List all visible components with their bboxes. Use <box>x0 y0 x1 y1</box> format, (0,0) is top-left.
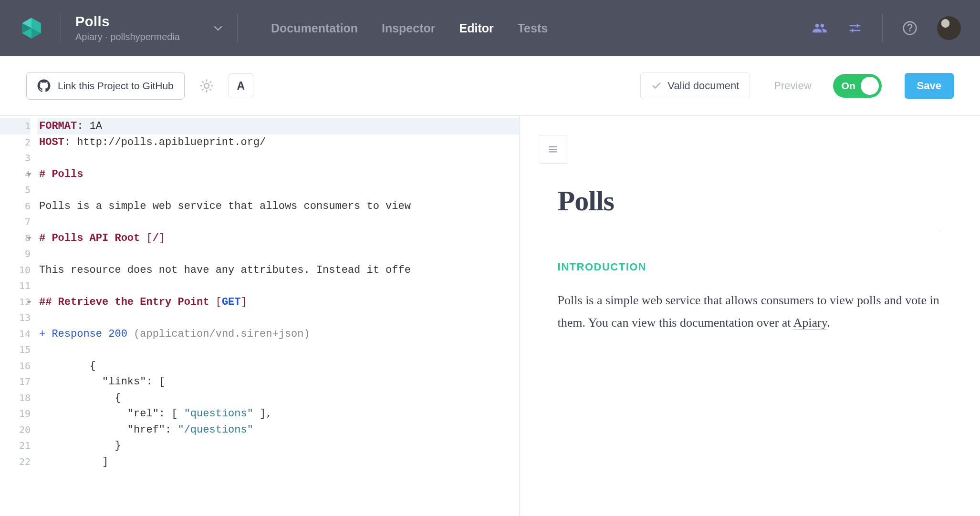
gutter-line: 15 <box>0 342 31 358</box>
save-button-label: Save <box>917 80 941 92</box>
format-button-label: A <box>237 80 245 93</box>
check-icon <box>651 81 662 91</box>
svg-line-10 <box>210 89 211 90</box>
gutter-line: 14 <box>0 326 31 342</box>
gutter-line: 5 <box>0 182 31 198</box>
menu-icon <box>547 143 559 155</box>
validation-status[interactable]: Valid document <box>640 72 750 99</box>
editor-code[interactable]: FORMAT: 1AHOST: http://polls.apiblueprin… <box>37 116 519 516</box>
theme-button[interactable] <box>194 73 219 98</box>
team-button[interactable] <box>812 20 828 36</box>
app-header: Polls Apiary · pollshypermedia Documenta… <box>0 0 980 56</box>
fold-icon[interactable] <box>27 301 31 304</box>
editor-gutter: 12345678910111213141516171819202122 <box>0 116 37 516</box>
preview-toggle[interactable]: On <box>833 74 882 98</box>
fold-icon[interactable] <box>27 173 31 176</box>
preview-pane: Polls INTRODUCTION Polls is a simple web… <box>520 116 980 516</box>
svg-line-13 <box>202 89 203 90</box>
code-line[interactable]: ## Retrieve the Entry Point [GET] <box>37 294 519 310</box>
separator <box>882 14 883 42</box>
preview-description: Polls is a simple web service that allow… <box>558 289 942 334</box>
toggle-label: On <box>842 80 855 92</box>
gutter-line: 1 <box>0 118 31 134</box>
code-line[interactable]: "rel": [ "questions" ], <box>37 406 519 422</box>
logo-wrap <box>19 14 61 42</box>
code-line[interactable]: } <box>37 438 519 454</box>
gutter-line: 17 <box>0 374 31 390</box>
preview-title: Polls <box>558 185 942 232</box>
nav-item-inspector[interactable]: Inspector <box>382 21 436 35</box>
apiary-logo[interactable] <box>19 16 44 41</box>
sun-icon <box>199 79 214 93</box>
code-line[interactable]: { <box>37 390 519 406</box>
code-line[interactable] <box>37 150 519 166</box>
gutter-line: 2 <box>0 134 31 151</box>
code-line[interactable]: # Polls API Root [/] <box>37 230 519 247</box>
svg-line-14 <box>210 82 211 83</box>
top-nav: DocumentationInspectorEditorTests <box>252 21 548 35</box>
main-split: 12345678910111213141516171819202122 FORM… <box>0 116 980 516</box>
project-dropdown[interactable] <box>213 14 238 42</box>
gutter-line: 10 <box>0 262 31 279</box>
gutter-line: 8 <box>0 230 31 247</box>
code-line[interactable]: HOST: http://polls.apiblueprint.org/ <box>37 134 519 151</box>
code-editor[interactable]: 12345678910111213141516171819202122 FORM… <box>0 116 520 516</box>
code-line[interactable]: "links": [ <box>37 374 519 390</box>
editor-toolbar: Link this Project to GitHub A Valid docu… <box>0 56 980 116</box>
help-button[interactable] <box>902 20 918 36</box>
code-line[interactable]: ] <box>37 454 519 470</box>
gutter-line: 4 <box>0 166 31 183</box>
people-icon <box>812 21 827 36</box>
code-line[interactable] <box>37 182 519 198</box>
gutter-line: 18 <box>0 390 31 406</box>
code-line[interactable] <box>37 310 519 326</box>
code-line[interactable]: "href": "/questions" <box>37 422 519 438</box>
gutter-line: 13 <box>0 310 31 326</box>
preview-menu-button[interactable] <box>539 135 567 164</box>
code-line[interactable]: FORMAT: 1A <box>37 118 519 134</box>
settings-button[interactable] <box>847 20 863 36</box>
code-line[interactable] <box>37 278 519 294</box>
validation-label: Valid document <box>667 80 739 92</box>
svg-point-6 <box>204 83 209 88</box>
code-line[interactable]: + Response 200 (application/vnd.siren+js… <box>37 326 519 342</box>
nav-item-editor[interactable]: Editor <box>459 21 493 35</box>
project-title-block[interactable]: Polls Apiary · pollshypermedia <box>75 14 199 42</box>
header-iconbar <box>812 14 961 42</box>
chevron-down-icon <box>213 23 223 33</box>
gutter-line: 12 <box>0 294 31 310</box>
code-line[interactable] <box>37 214 519 230</box>
toggle-knob <box>861 77 879 95</box>
user-avatar[interactable] <box>937 16 961 40</box>
github-icon <box>37 79 51 93</box>
sliders-icon <box>848 21 862 35</box>
link-github-button[interactable]: Link this Project to GitHub <box>26 72 185 100</box>
gutter-line: 20 <box>0 422 31 438</box>
gutter-line: 6 <box>0 198 31 215</box>
gutter-line: 22 <box>0 454 31 470</box>
preview-body: Polls INTRODUCTION Polls is a simple web… <box>520 164 980 334</box>
code-line[interactable] <box>37 246 519 262</box>
link-github-label: Link this Project to GitHub <box>58 80 174 92</box>
nav-item-documentation[interactable]: Documentation <box>271 21 358 35</box>
save-button[interactable]: Save <box>905 73 954 99</box>
code-line[interactable]: Polls is a simple web service that allow… <box>37 198 519 215</box>
code-line[interactable] <box>37 342 519 358</box>
project-title: Polls <box>75 14 180 30</box>
project-subtitle: Apiary · pollshypermedia <box>75 31 180 42</box>
gutter-line: 7 <box>0 214 31 230</box>
code-line[interactable]: This resource does not have any attribut… <box>37 262 519 279</box>
nav-item-tests[interactable]: Tests <box>518 21 548 35</box>
gutter-line: 9 <box>0 246 31 262</box>
gutter-line: 21 <box>0 438 31 454</box>
fold-icon[interactable] <box>27 237 31 240</box>
svg-line-9 <box>202 82 203 83</box>
gutter-line: 19 <box>0 406 31 422</box>
code-line[interactable]: { <box>37 358 519 374</box>
gutter-line: 11 <box>0 278 31 294</box>
help-icon <box>902 21 917 36</box>
preview-label: Preview <box>774 80 811 92</box>
gutter-line: 3 <box>0 150 31 166</box>
format-button[interactable]: A <box>229 73 253 98</box>
code-line[interactable]: # Polls <box>37 166 519 183</box>
